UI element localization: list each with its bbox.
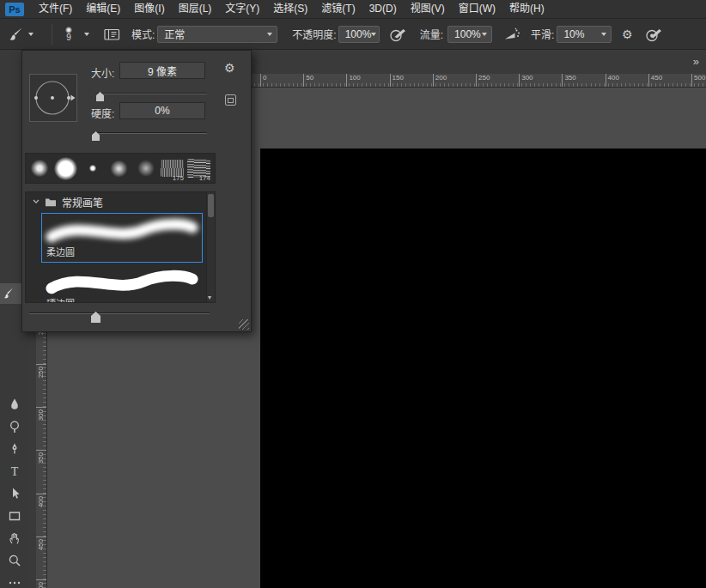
- ruler-mark: 100: [346, 74, 360, 88]
- pen-tool[interactable]: [4, 439, 25, 459]
- brush-settings-panel-toggle[interactable]: [100, 23, 123, 45]
- ruler-mark: 500: [691, 74, 705, 88]
- opacity-select[interactable]: 100%: [338, 26, 380, 43]
- pressure-size-icon: [645, 27, 664, 42]
- smoothing-label: 平滑:: [531, 27, 554, 41]
- menu-item[interactable]: 滤镜(T): [314, 0, 362, 18]
- type-T-icon: T: [8, 464, 21, 478]
- size-slider[interactable]: [97, 93, 207, 94]
- smoothing-options-button[interactable]: ⚙: [618, 23, 636, 45]
- hardness-label: 硬度:: [91, 106, 114, 120]
- rectangle-tool[interactable]: [4, 506, 25, 526]
- gear-icon: ⚙: [622, 28, 633, 40]
- ruler-mark: 300: [519, 74, 533, 88]
- photoshop-logo: Ps: [5, 3, 24, 16]
- brush-tip-preset[interactable]: [106, 154, 132, 183]
- mode-select[interactable]: 正常: [157, 26, 277, 43]
- ruler-mark: 300: [36, 407, 47, 421]
- brush-panel-icon: [104, 27, 120, 41]
- brush-preset-button[interactable]: 9: [58, 27, 95, 42]
- pressure-size-button[interactable]: [642, 23, 666, 45]
- menu-item[interactable]: 文字(Y): [218, 0, 266, 18]
- size-input[interactable]: [119, 62, 205, 79]
- ellipsis-icon: [8, 576, 21, 588]
- blur-tool[interactable]: [4, 394, 25, 415]
- brush-angle-control[interactable]: [29, 74, 77, 122]
- zoom-tool[interactable]: [4, 550, 25, 571]
- scrollbar[interactable]: ▾: [206, 192, 215, 302]
- menu-item[interactable]: 视图(V): [404, 0, 452, 18]
- brush-tip-preset[interactable]: [52, 154, 79, 183]
- menu-item[interactable]: 编辑(E): [79, 0, 127, 18]
- magnifier-icon: [8, 554, 21, 567]
- smoothing-select[interactable]: 10%: [557, 26, 612, 43]
- hardness-slider[interactable]: [93, 132, 207, 134]
- smoothing-value: 10%: [563, 28, 584, 40]
- edit-toolbar-button[interactable]: [4, 573, 25, 588]
- ruler-mark: 350: [562, 74, 575, 88]
- flow-select[interactable]: 100%: [447, 26, 492, 43]
- active-brush-tool[interactable]: [0, 283, 21, 304]
- preview-size-slider[interactable]: [29, 312, 210, 314]
- chevron-down-icon: [267, 33, 272, 36]
- brush-stroke-preview: [41, 264, 203, 299]
- brush-tip-preset[interactable]: [79, 154, 106, 183]
- panel-overflow-chevron[interactable]: »: [693, 55, 699, 68]
- scroll-down-icon[interactable]: ▾: [208, 294, 211, 301]
- dodge-tool[interactable]: [4, 416, 25, 437]
- brush-tip-number: 175: [173, 174, 184, 182]
- brush-tool-icon: [7, 26, 24, 43]
- hardness-input[interactable]: [119, 102, 205, 119]
- menu-item[interactable]: 帮助(H): [502, 0, 551, 18]
- rectangle-icon: [8, 509, 21, 523]
- brush-group-header[interactable]: 常规画笔: [26, 192, 215, 211]
- ruler-mark: 400: [36, 494, 47, 507]
- brush-tip-preset[interactable]: 175: [159, 154, 186, 183]
- tool-preset-picker[interactable]: [7, 26, 46, 43]
- menu-item[interactable]: 窗口(W): [452, 0, 502, 18]
- brush-tip-preset[interactable]: [26, 154, 52, 183]
- opacity-label: 不透明度:: [292, 27, 336, 41]
- resize-grip[interactable]: [239, 319, 249, 330]
- scrollbar-thumb[interactable]: [208, 194, 214, 217]
- pen-nib-icon: [8, 442, 21, 456]
- mode-label: 模式:: [131, 27, 155, 41]
- chevron-down-icon: [28, 33, 33, 36]
- brush-stroke-preview: [41, 213, 203, 247]
- menu-item[interactable]: 图层(L): [172, 0, 219, 18]
- brush-size-badge: 9: [66, 33, 71, 42]
- menu-bar: Ps 文件(F)编辑(E)图像(I)图层(L)文字(Y)选择(S)滤镜(T)3D…: [0, 0, 706, 19]
- opacity-value: 100%: [345, 28, 372, 40]
- brush-preview-toggle-icon[interactable]: [225, 94, 236, 106]
- brush-tip-thumbnail: [89, 165, 96, 172]
- brush-group-label: 常规画笔: [62, 195, 103, 209]
- brush-list-item[interactable]: 硬边圆: [41, 264, 203, 303]
- menu-item[interactable]: 选择(S): [266, 0, 314, 18]
- path-select-tool[interactable]: [4, 483, 25, 504]
- brush-tip-preset[interactable]: [132, 154, 159, 183]
- flow-value: 100%: [454, 28, 481, 40]
- gear-icon[interactable]: ⚙: [224, 62, 235, 74]
- type-tool[interactable]: T: [4, 461, 25, 482]
- canvas[interactable]: [260, 149, 706, 588]
- hand-tool[interactable]: [4, 528, 25, 549]
- menu-item[interactable]: 图像(I): [127, 0, 171, 18]
- ruler-mark: 500: [36, 579, 47, 588]
- brush-tool-icon: [3, 287, 15, 300]
- brush-tip-thumbnail: [136, 158, 156, 179]
- size-label: 大小:: [91, 65, 114, 80]
- menu-item[interactable]: 3D(D): [362, 0, 404, 18]
- airbrush-button[interactable]: [501, 23, 523, 45]
- brush-tip-preset[interactable]: 174: [186, 154, 212, 183]
- options-bar: 9 模式: 正常 不透明度: 100% 流量: 100% 平滑:: [0, 19, 706, 50]
- hand-icon: [8, 531, 21, 545]
- ruler-mark: 450: [36, 536, 47, 550]
- brush-tip-thumbnail: [109, 159, 129, 179]
- brush-name: 硬边圆: [46, 296, 203, 303]
- brush-list-item[interactable]: 柔边圆: [41, 213, 203, 263]
- menu-items: 文件(F)编辑(E)图像(I)图层(L)文字(Y)选择(S)滤镜(T)3D(D)…: [32, 0, 551, 18]
- pressure-opacity-button[interactable]: [386, 23, 411, 45]
- blur-drop-icon: [8, 397, 21, 411]
- angle-roundness-icon: [30, 75, 76, 121]
- menu-item[interactable]: 文件(F): [32, 0, 79, 18]
